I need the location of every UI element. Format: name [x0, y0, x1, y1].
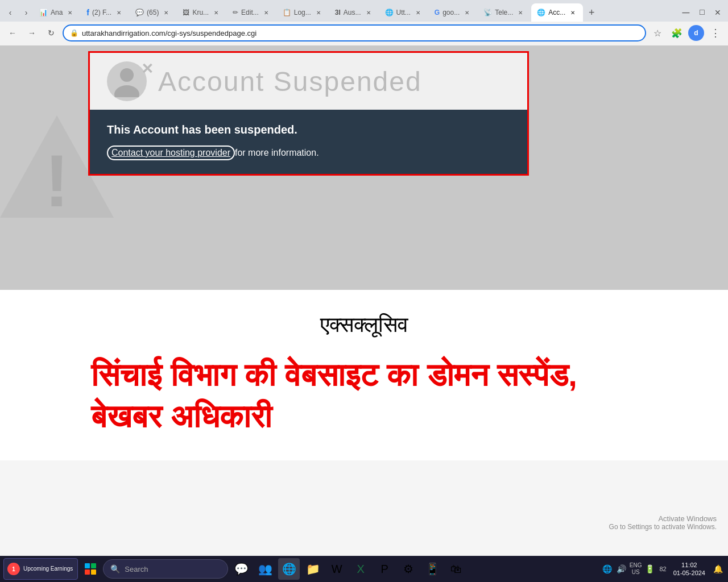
security-icon: 🔒	[69, 28, 78, 38]
language-indicator[interactable]: ENG US	[630, 562, 642, 576]
tab-favicon-google: G	[435, 9, 440, 16]
taskbar-search-placeholder: Search	[125, 565, 148, 573]
tab-facebook[interactable]: f (2) F... ✕	[81, 3, 129, 22]
bookmark-button[interactable]: ☆	[650, 25, 665, 41]
tab-close-image[interactable]: ✕	[212, 8, 221, 17]
tab-favicon-31: 3I	[335, 9, 341, 16]
battery-percent: 82	[658, 564, 667, 573]
tab-favicon-image: 🖼	[183, 9, 189, 16]
taskbar-app-people[interactable]: 👥	[254, 558, 276, 580]
taskbar-app-files[interactable]: 📁	[302, 558, 324, 580]
address-bar-row: ← → ↻ 🔒 ☆ 🧩 d ⋮	[0, 22, 728, 45]
taskbar-app-phone[interactable]: 📱	[421, 558, 443, 580]
tab-favicon-telegram: 📡	[483, 9, 492, 16]
close-window-button[interactable]: ✕	[711, 6, 725, 19]
taskbar-app-settings[interactable]: ⚙	[398, 558, 419, 580]
notification-center[interactable]: 🔔	[711, 562, 725, 576]
tab-close-whatsapp[interactable]: ✕	[162, 8, 171, 17]
suspended-body: This Account has been suspended. Contact…	[90, 110, 527, 174]
main-headline: सिंचाई विभाग की वेबसाइट का डोमन सस्पेंड,…	[91, 355, 637, 438]
tab-account-suspended[interactable]: 🌐 Acc... ✕	[531, 3, 583, 22]
tab-close-telegram[interactable]: ✕	[516, 8, 525, 17]
svg-text:!: !	[44, 139, 69, 222]
upcoming-earnings-widget[interactable]: 1 Upcoming Earnings	[3, 558, 78, 580]
tab-close-log[interactable]: ✕	[314, 8, 323, 17]
x-mark-icon: ✕	[141, 60, 154, 78]
activate-windows-title: Activate Windows	[609, 514, 717, 523]
exclusive-heading: एक्सक्लूसिव	[91, 313, 637, 338]
taskbar-app-powerpoint[interactable]: P	[374, 558, 395, 580]
network-icon[interactable]: 🌐	[601, 563, 613, 575]
tab-controls: ‹ ›	[3, 6, 33, 19]
tab-close-account[interactable]: ✕	[568, 8, 577, 17]
suspended-link-row: Contact your hosting provider for more i…	[107, 146, 510, 160]
tab-bar: ‹ › 📊 Ana ✕ f (2) F... ✕ 💬 (65) ✕ 🖼 Kru.…	[0, 0, 728, 22]
tab-uttarakhand[interactable]: 🌐 Utt... ✕	[379, 3, 428, 22]
suspended-box: ✕ Account Suspended This Account has bee…	[88, 51, 529, 176]
tab-forward-chevron[interactable]: ›	[19, 6, 33, 19]
tab-edit[interactable]: ✏ Edit... ✕	[227, 3, 276, 22]
tab-close-utt[interactable]: ✕	[413, 8, 423, 17]
tab-close-facebook[interactable]: ✕	[114, 8, 123, 17]
taskbar-search-icon: 🔍	[110, 564, 120, 573]
maximize-button[interactable]: ☐	[695, 6, 709, 19]
tab-close-31[interactable]: ✕	[364, 8, 373, 17]
page-wrapper: ! ✕	[0, 45, 728, 559]
tab-close-edit[interactable]: ✕	[262, 8, 271, 17]
taskbar-app-browser[interactable]: 🌐	[278, 558, 300, 580]
tab-whatsapp[interactable]: 💬 (65) ✕	[130, 3, 176, 22]
tab-back-chevron[interactable]: ‹	[3, 6, 17, 19]
clock-time: 11:02	[681, 561, 697, 569]
menu-button[interactable]: ⋮	[708, 25, 723, 41]
volume-icon[interactable]: 🔊	[615, 563, 627, 575]
battery-icon[interactable]: 🔋	[644, 563, 656, 575]
taskbar: 1 Upcoming Earnings 🔍 Search 💬 👥 🌐 📁 W X…	[0, 556, 728, 582]
suspended-message: This Account has been suspended.	[107, 123, 510, 136]
back-button[interactable]: ←	[5, 25, 20, 41]
start-button[interactable]	[80, 559, 101, 579]
contact-hosting-link[interactable]: Contact your hosting provider	[107, 146, 235, 160]
taskbar-apps: 💬 👥 🌐 📁 W X P ⚙ 📱 🛍	[230, 558, 467, 580]
system-icons: 🌐 🔊 ENG US 🔋 82	[601, 562, 668, 576]
avatar-container: ✕	[107, 61, 147, 101]
taskbar-app-chat[interactable]: 💬	[230, 558, 252, 580]
profile-button[interactable]: d	[688, 25, 704, 41]
tab-google[interactable]: G goo... ✕	[429, 3, 477, 22]
svg-point-2	[120, 68, 134, 82]
browser-chrome: ‹ › 📊 Ana ✕ f (2) F... ✕ 💬 (65) ✕ 🖼 Kru.…	[0, 0, 728, 45]
avatar-person-icon	[113, 66, 141, 97]
upcoming-earnings-text: Upcoming Earnings	[23, 566, 73, 572]
taskbar-app-word[interactable]: W	[326, 558, 348, 580]
tab-favicon-whatsapp: 💬	[135, 9, 144, 16]
windows-logo-icon	[85, 563, 96, 575]
extensions-button[interactable]: 🧩	[669, 25, 685, 41]
tab-log[interactable]: 📋 Log... ✕	[277, 3, 329, 22]
tab-favicon-account: 🌐	[537, 9, 545, 16]
account-suspended-title: Account Suspended	[158, 66, 422, 97]
tab-31[interactable]: 3I Aus... ✕	[329, 3, 379, 22]
svg-point-3	[114, 85, 139, 97]
minimize-button[interactable]: ─	[679, 6, 693, 19]
clock-date: 01-05-2024	[673, 569, 705, 577]
tab-image[interactable]: 🖼 Kru... ✕	[177, 3, 226, 22]
url-input[interactable]	[82, 29, 639, 38]
taskbar-tray: 🌐 🔊 ENG US 🔋 82 11:02 01-05-2024 🔔	[601, 561, 725, 577]
address-bar[interactable]: 🔒	[63, 24, 646, 41]
tab-close-analytics[interactable]: ✕	[65, 8, 75, 17]
new-tab-button[interactable]: +	[584, 5, 599, 20]
forward-button[interactable]: →	[24, 25, 40, 41]
system-clock[interactable]: 11:02 01-05-2024	[671, 561, 708, 577]
taskbar-app-excel[interactable]: X	[350, 558, 371, 580]
taskbar-search[interactable]: 🔍 Search	[103, 559, 228, 579]
tab-favicon-edit: ✏	[233, 9, 238, 16]
activate-windows-subtitle: Go to Settings to activate Windows.	[609, 523, 717, 531]
tab-telegram[interactable]: 📡 Tele... ✕	[478, 3, 531, 22]
tab-analytics[interactable]: 📊 Ana ✕	[34, 3, 80, 22]
upcoming-earnings-badge: 1	[7, 563, 20, 575]
main-content: एक्सक्लूसिव सिंचाई विभाग की वेबसाइट का ड…	[0, 290, 728, 460]
taskbar-app-store[interactable]: 🛍	[445, 558, 467, 580]
tab-favicon-log: 📋	[283, 9, 291, 16]
tab-close-google[interactable]: ✕	[462, 8, 471, 17]
reload-button[interactable]: ↻	[43, 25, 59, 41]
tab-favicon-facebook: f	[86, 8, 89, 17]
